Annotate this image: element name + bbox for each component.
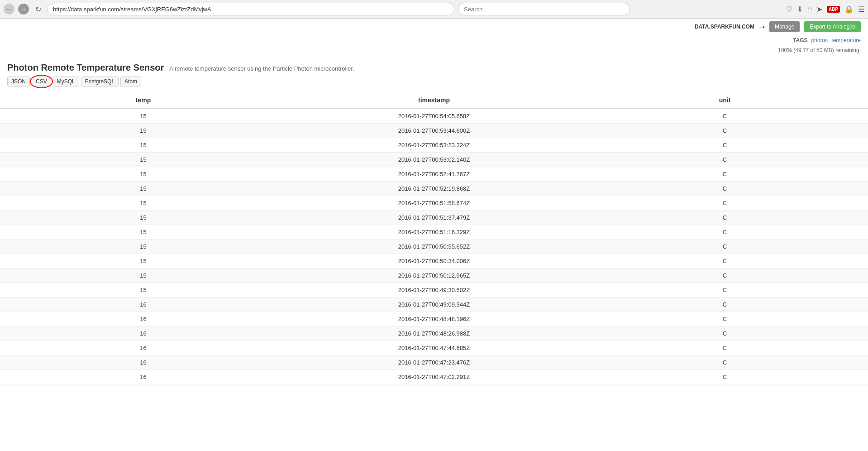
page-title: Photon Remote Temperature Sensor	[7, 62, 164, 73]
lock-icon: 🔒	[844, 5, 854, 14]
cell-unit: C	[582, 211, 868, 225]
table-row: 152016-01-27T00:50:34.006ZC	[0, 254, 868, 269]
top-right-bar: DATA.SPARKFUN.COM ➝ Manage Export to Ana…	[0, 19, 868, 35]
cell-unit: C	[582, 225, 868, 240]
data-table-container: temp timestamp unit 152016-01-27T00:54:0…	[0, 92, 868, 384]
cell-temp: 15	[0, 138, 286, 153]
cell-temp: 16	[0, 312, 286, 326]
cell-unit: C	[582, 196, 868, 211]
cell-temp: 15	[0, 225, 286, 240]
page-header: Photon Remote Temperature Sensor A remot…	[0, 55, 868, 77]
cell-timestamp: 2016-01-27T00:52:19.868Z	[286, 182, 582, 196]
url-bar[interactable]	[47, 3, 454, 15]
cell-unit: C	[582, 153, 868, 167]
cell-unit: C	[582, 138, 868, 153]
cell-unit: C	[582, 240, 868, 254]
tab-csv[interactable]: CSV	[32, 77, 51, 86]
cell-unit: C	[582, 182, 868, 196]
cell-timestamp: 2016-01-27T00:47:23.476Z	[286, 355, 582, 370]
cell-timestamp: 2016-01-27T00:48:26.988Z	[286, 326, 582, 341]
cell-timestamp: 2016-01-27T00:53:02.140Z	[286, 153, 582, 167]
tab-json[interactable]: JSON	[7, 77, 30, 86]
bookmark-icon[interactable]: ♡	[786, 5, 792, 14]
cell-unit: C	[582, 341, 868, 355]
storage-text: 100% (49.77 of 50 MB) remaining.	[778, 47, 861, 53]
cell-temp: 15	[0, 109, 286, 124]
table-header-row: temp timestamp unit	[0, 92, 868, 109]
cell-temp: 15	[0, 254, 286, 269]
search-input[interactable]	[458, 3, 630, 15]
table-row: 152016-01-27T00:51:37.479ZC	[0, 211, 868, 225]
cell-timestamp: 2016-01-27T00:52:41.767Z	[286, 167, 582, 182]
table-row: 162016-01-27T00:48:48.196ZC	[0, 312, 868, 326]
browser-icons: ♡ ⇓ ⌂ ➤ ABP 🔒 ☰	[786, 5, 864, 14]
table-row: 152016-01-27T00:50:55.652ZC	[0, 240, 868, 254]
cell-temp: 16	[0, 297, 286, 312]
cell-temp: 15	[0, 240, 286, 254]
cell-timestamp: 2016-01-27T00:53:23.324Z	[286, 138, 582, 153]
tab-postgresql[interactable]: PostgreSQL	[81, 77, 119, 86]
cell-temp: 15	[0, 153, 286, 167]
format-tabs: JSON CSV MySQL PostgreSQL Atom	[0, 77, 868, 92]
forward-button[interactable]: →	[18, 4, 29, 14]
tag-temperature[interactable]: temperature	[831, 37, 861, 43]
table-row: 152016-01-27T00:53:23.324ZC	[0, 138, 868, 153]
table-row: 162016-01-27T00:48:26.988ZC	[0, 326, 868, 341]
cell-unit: C	[582, 326, 868, 341]
tab-atom[interactable]: Atom	[120, 77, 141, 86]
cell-timestamp: 2016-01-27T00:50:12.965Z	[286, 269, 582, 283]
cell-timestamp: 2016-01-27T00:49:30.502Z	[286, 283, 582, 297]
cell-timestamp: 2016-01-27T00:47:02.291Z	[286, 370, 582, 384]
cell-temp: 15	[0, 283, 286, 297]
browser-chrome: ← → ↻ ♡ ⇓ ⌂ ➤ ABP 🔒 ☰	[0, 0, 868, 19]
tab-mysql[interactable]: MySQL	[53, 77, 79, 86]
cell-unit: C	[582, 254, 868, 269]
browser-toolbar: ← → ↻ ♡ ⇓ ⌂ ➤ ABP 🔒 ☰	[0, 0, 868, 18]
export-button[interactable]: Export to Analog.io	[804, 21, 861, 32]
data-table: temp timestamp unit 152016-01-27T00:54:0…	[0, 92, 868, 384]
table-row: 152016-01-27T00:54:05.658ZC	[0, 109, 868, 124]
table-row: 152016-01-27T00:52:19.868ZC	[0, 182, 868, 196]
cell-timestamp: 2016-01-27T00:51:37.479Z	[286, 211, 582, 225]
cell-unit: C	[582, 312, 868, 326]
cell-temp: 16	[0, 326, 286, 341]
table-row: 162016-01-27T00:49:09.344ZC	[0, 297, 868, 312]
table-row: 162016-01-27T00:47:02.291ZC	[0, 370, 868, 384]
tags-bar: TAGS photon temperature	[0, 35, 868, 45]
cell-timestamp: 2016-01-27T00:50:55.652Z	[286, 240, 582, 254]
cell-temp: 15	[0, 182, 286, 196]
page-subtitle: A remote temperature sensor using the Pa…	[169, 65, 354, 72]
manage-button[interactable]: Manage	[769, 21, 800, 32]
cell-temp: 15	[0, 269, 286, 283]
cell-timestamp: 2016-01-27T00:49:09.344Z	[286, 297, 582, 312]
cell-timestamp: 2016-01-27T00:51:16.329Z	[286, 225, 582, 240]
table-row: 152016-01-27T00:53:44.600ZC	[0, 124, 868, 138]
menu-icon[interactable]: ☰	[858, 5, 864, 14]
cell-unit: C	[582, 109, 868, 124]
tag-photon[interactable]: photon	[811, 37, 828, 43]
col-header-timestamp: timestamp	[286, 92, 582, 109]
home-icon[interactable]: ⌂	[807, 5, 812, 13]
cell-timestamp: 2016-01-27T00:54:05.658Z	[286, 109, 582, 124]
cell-unit: C	[582, 124, 868, 138]
cell-timestamp: 2016-01-27T00:48:48.196Z	[286, 312, 582, 326]
cell-timestamp: 2016-01-27T00:51:58.674Z	[286, 196, 582, 211]
col-header-temp: temp	[0, 92, 286, 109]
back-button[interactable]: ←	[4, 4, 14, 14]
adblock-badge[interactable]: ABP	[827, 6, 840, 13]
cell-temp: 15	[0, 211, 286, 225]
cell-timestamp: 2016-01-27T00:53:44.600Z	[286, 124, 582, 138]
cell-unit: C	[582, 283, 868, 297]
cell-temp: 16	[0, 370, 286, 384]
cell-temp: 16	[0, 355, 286, 370]
refresh-button[interactable]: ↻	[33, 4, 43, 14]
cell-temp: 15	[0, 196, 286, 211]
table-row: 152016-01-27T00:52:41.767ZC	[0, 167, 868, 182]
external-link-icon[interactable]: ➝	[759, 23, 765, 31]
table-row: 162016-01-27T00:47:44.685ZC	[0, 341, 868, 355]
cell-timestamp: 2016-01-27T00:47:44.685Z	[286, 341, 582, 355]
send-icon[interactable]: ➤	[816, 5, 822, 14]
cell-unit: C	[582, 269, 868, 283]
cell-temp: 16	[0, 341, 286, 355]
download-icon[interactable]: ⇓	[797, 5, 803, 14]
